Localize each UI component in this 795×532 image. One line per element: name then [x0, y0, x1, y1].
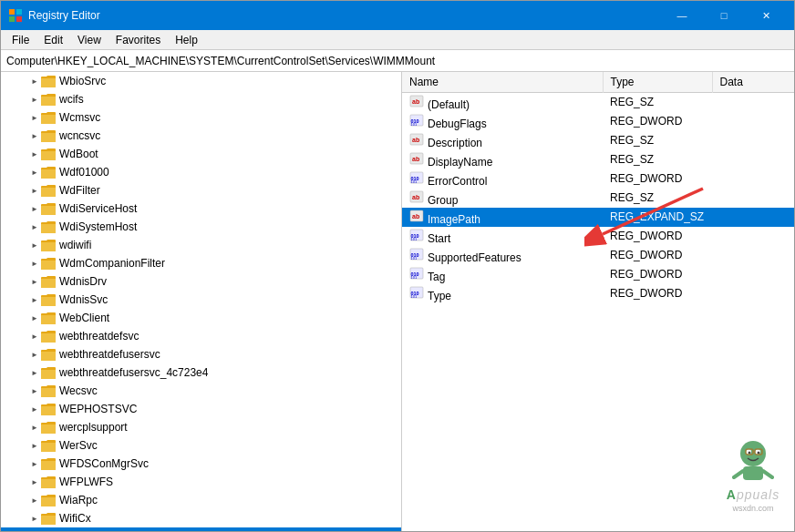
- tree-item[interactable]: ► WFDSConMgrSvc: [1, 455, 401, 473]
- tree-item[interactable]: ► WiaRpc: [1, 491, 401, 509]
- minimize-button[interactable]: —: [661, 1, 703, 30]
- registry-row[interactable]: 010 101 StartREG_DWORD: [402, 227, 794, 246]
- tree-arrow-icon[interactable]: ►: [28, 239, 41, 251]
- tree-arrow-icon[interactable]: ►: [28, 111, 41, 124]
- registry-row[interactable]: ab DisplayNameREG_SZ: [402, 150, 794, 169]
- tree-arrow-icon[interactable]: ►: [28, 202, 41, 215]
- tree-item-label: wcifs: [59, 93, 84, 106]
- registry-row[interactable]: ab GroupREG_SZ: [402, 189, 794, 208]
- appuals-branding: Appuals wsxdn.com: [721, 437, 785, 513]
- menu-file[interactable]: File: [5, 32, 36, 48]
- registry-row[interactable]: ab (Default)REG_SZ: [402, 92, 794, 112]
- tree-arrow-icon[interactable]: ►: [28, 403, 41, 415]
- tree-arrow-icon[interactable]: ►: [28, 330, 41, 343]
- folder-icon: [41, 275, 56, 288]
- tree-arrow-icon[interactable]: ►: [28, 93, 41, 106]
- registry-row[interactable]: 010 101 DebugFlagsREG_DWORD: [402, 112, 794, 131]
- tree-item-label: WdnisSvc: [59, 293, 108, 306]
- tree-arrow-icon[interactable]: ►: [28, 148, 41, 160]
- tree-arrow-icon[interactable]: ►: [28, 129, 41, 142]
- menu-edit[interactable]: Edit: [36, 32, 70, 48]
- tree-item[interactable]: ► WEPHOSTSVC: [1, 400, 401, 418]
- reg-sz-icon: ab: [409, 94, 424, 108]
- reg-sz-icon: ab: [409, 209, 424, 223]
- registry-data: [712, 246, 794, 265]
- registry-row[interactable]: 010 101 TagREG_DWORD: [402, 265, 794, 284]
- tree-item[interactable]: ► WdiServiceHost: [1, 200, 401, 218]
- registry-name: 010 101 DebugFlags: [402, 112, 603, 131]
- tree-item[interactable]: ► WbioSrvc: [1, 72, 401, 90]
- tree-arrow-icon[interactable]: ►: [28, 312, 41, 324]
- registry-name: 010 101 SupportedFeatures: [402, 246, 603, 265]
- tree-item[interactable]: ► WerSvc: [1, 436, 401, 455]
- registry-row[interactable]: 010 101 TypeREG_DWORD: [402, 284, 794, 303]
- tree-arrow-icon[interactable]: ►: [28, 366, 41, 379]
- tree-item[interactable]: ► WifiCx: [1, 509, 401, 527]
- tree-arrow-icon[interactable]: ►: [28, 275, 41, 288]
- tree-item[interactable]: ► webthreatdefusersvc: [1, 345, 401, 363]
- title-bar: Registry Editor — □ ✕: [1, 1, 794, 30]
- tree-item[interactable]: ► Wecsvc: [1, 382, 401, 400]
- tree-item[interactable]: ► WdFilter: [1, 181, 401, 200]
- tree-arrow-icon[interactable]: ►: [28, 512, 41, 525]
- svg-text:101: 101: [411, 275, 418, 280]
- col-data[interactable]: Data: [712, 72, 794, 92]
- tree-item-label: Wecsvc: [59, 384, 98, 397]
- tree-arrow-icon[interactable]: ►: [28, 476, 41, 488]
- tree-arrow-icon[interactable]: ►: [28, 220, 41, 233]
- tree-item[interactable]: ► WdBoot: [1, 145, 401, 163]
- tree-arrow-icon[interactable]: ►: [28, 75, 41, 87]
- tree-item[interactable]: ► WFPLWFS: [1, 473, 401, 491]
- col-type[interactable]: Type: [603, 72, 712, 92]
- folder-icon: [41, 148, 56, 160]
- tree-item[interactable]: ► wcncsvc: [1, 127, 401, 145]
- maximize-button[interactable]: □: [703, 1, 745, 30]
- tree-item[interactable]: ► Wcmsvc: [1, 108, 401, 127]
- tree-arrow-icon[interactable]: ►: [28, 384, 41, 397]
- svg-text:101: 101: [411, 256, 418, 261]
- tree-item-label: WdiSystemHost: [59, 220, 137, 233]
- tree-item[interactable]: ► webthreatdefusersvc_4c723e4: [1, 363, 401, 382]
- reg-dword-icon: 010 101: [409, 266, 424, 281]
- col-name[interactable]: Name: [402, 72, 603, 92]
- tree-item[interactable]: ► WdnisSvc: [1, 291, 401, 309]
- registry-row[interactable]: 010 101 SupportedFeaturesREG_DWORD: [402, 246, 794, 265]
- tree-arrow-icon[interactable]: ►: [28, 439, 41, 452]
- registry-name: ab Description: [402, 131, 603, 150]
- registry-table: Name Type Data ab (Default)REG_SZ 010 10…: [402, 72, 794, 303]
- tree-item[interactable]: ► WdiSystemHost: [1, 218, 401, 236]
- registry-name: ab DisplayName: [402, 150, 603, 169]
- tree-arrow-icon[interactable]: ►: [28, 421, 41, 434]
- tree-arrow-icon[interactable]: ▼: [28, 530, 41, 531]
- window-controls: — □ ✕: [661, 1, 787, 30]
- tree-item[interactable]: ► wdiwifi: [1, 236, 401, 254]
- tree-arrow-icon[interactable]: ►: [28, 257, 41, 270]
- tree-arrow-icon[interactable]: ►: [28, 348, 41, 361]
- tree-item[interactable]: ► webthreatdefsvc: [1, 327, 401, 345]
- tree-item[interactable]: ► WdmCompanionFilter: [1, 254, 401, 272]
- tree-item[interactable]: ▼ WIMMMount: [1, 527, 401, 531]
- menu-help[interactable]: Help: [168, 32, 205, 48]
- tree-arrow-icon[interactable]: ►: [28, 184, 41, 197]
- registry-row[interactable]: ab ImagePathREG_EXPAND_SZ: [402, 208, 794, 227]
- registry-data: [712, 227, 794, 246]
- tree-item[interactable]: ► wercplsupport: [1, 418, 401, 436]
- registry-tree[interactable]: ► WbioSrvc► wcifs► Wcmsvc► wcncsvc► WdBo…: [1, 72, 402, 531]
- menu-favorites[interactable]: Favorites: [108, 32, 168, 48]
- tree-item[interactable]: ► Wdf01000: [1, 163, 401, 181]
- tree-arrow-icon[interactable]: ►: [28, 293, 41, 306]
- menu-view[interactable]: View: [70, 32, 108, 48]
- registry-values[interactable]: Name Type Data ab (Default)REG_SZ 010 10…: [402, 72, 794, 531]
- tree-arrow-icon[interactable]: ►: [28, 494, 41, 506]
- tree-arrow-icon[interactable]: ►: [28, 457, 41, 470]
- tree-item[interactable]: ► wcifs: [1, 90, 401, 108]
- address-bar[interactable]: Computer\HKEY_LOCAL_MACHINE\SYSTEM\Curre…: [1, 50, 794, 72]
- registry-type: REG_SZ: [603, 189, 712, 208]
- close-button[interactable]: ✕: [745, 1, 787, 30]
- tree-arrow-icon[interactable]: ►: [28, 166, 41, 179]
- tree-item[interactable]: ► WebClient: [1, 309, 401, 327]
- tree-item-label: WFPLWFS: [59, 476, 113, 488]
- registry-row[interactable]: ab DescriptionREG_SZ: [402, 131, 794, 150]
- registry-row[interactable]: 010 101 ErrorControlREG_DWORD: [402, 169, 794, 189]
- tree-item[interactable]: ► WdnisDrv: [1, 272, 401, 291]
